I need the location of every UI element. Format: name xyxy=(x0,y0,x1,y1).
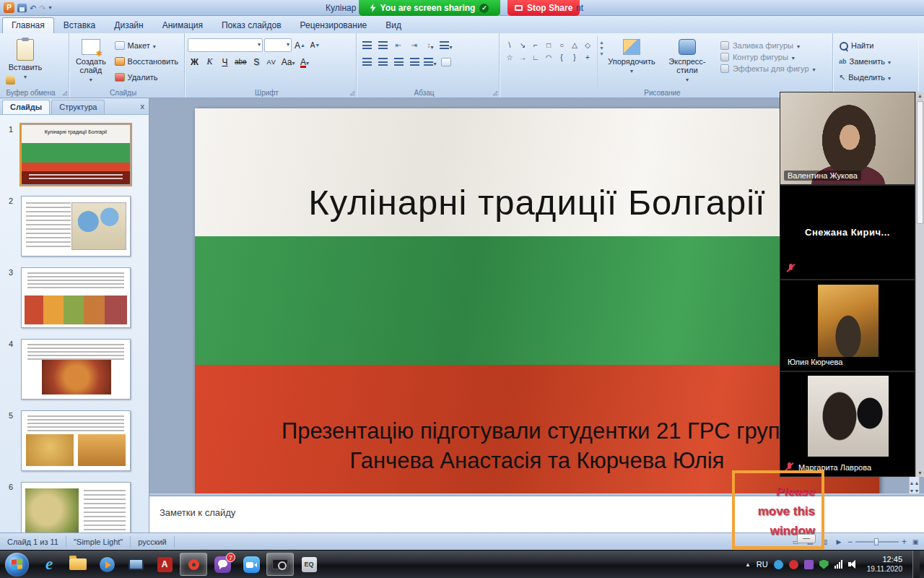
tab-insert[interactable]: Вставка xyxy=(54,17,105,33)
character-spacing-button[interactable]: AV xyxy=(265,55,279,69)
shape-icon[interactable]: → xyxy=(517,52,528,63)
language-indicator[interactable]: русский xyxy=(131,536,174,548)
tab-outline[interactable]: Структура xyxy=(51,100,105,114)
tab-slides-thumbnails[interactable]: Слайды xyxy=(2,100,50,114)
arrange-button[interactable]: Упорядочить xyxy=(606,35,657,87)
tab-review[interactable]: Рецензирование xyxy=(291,17,377,33)
network-signal-icon[interactable] xyxy=(834,560,842,569)
tray-viber-icon[interactable] xyxy=(804,560,814,569)
tab-slideshow[interactable]: Показ слайдов xyxy=(212,17,291,33)
minimize-button[interactable] xyxy=(797,534,816,543)
tray-security-shield-icon[interactable] xyxy=(819,560,829,569)
close-pane-icon[interactable]: x xyxy=(141,102,145,111)
taskbar-explorer-button[interactable] xyxy=(64,553,92,576)
slide-canvas[interactable]: Кулінарні традиції Болгарії Презентацію … xyxy=(195,108,879,493)
tab-animation[interactable]: Анимация xyxy=(153,17,212,33)
bullets-button[interactable] xyxy=(359,38,374,52)
dialog-launcher-icon[interactable]: ◿ xyxy=(493,90,497,96)
video-tile-3[interactable]: Юлия Кюрчева xyxy=(780,280,915,371)
video-tile-1[interactable]: Валентина Жукова xyxy=(780,92,915,185)
shape-icon[interactable]: { xyxy=(556,52,567,63)
shape-fill-button[interactable]: Заливка фигуры xyxy=(720,41,816,50)
shrink-font-button[interactable]: А▼ xyxy=(308,38,322,52)
taskbar-zoom-button[interactable] xyxy=(237,553,265,576)
quick-styles-button[interactable]: Экспресс-стили xyxy=(659,35,715,87)
taskbar-ie-button[interactable]: e xyxy=(35,553,63,576)
tray-blue-app-icon[interactable] xyxy=(774,560,783,569)
shape-icon[interactable]: ↘ xyxy=(517,40,528,51)
italic-button[interactable]: К xyxy=(203,55,217,69)
reset-button[interactable]: Восстановить xyxy=(112,54,181,69)
select-button[interactable]: ↖ Выделить xyxy=(836,70,894,85)
underline-button[interactable]: Ч xyxy=(218,55,232,69)
powerpoint-app-icon[interactable]: P xyxy=(4,2,14,13)
columns-button[interactable] xyxy=(423,55,437,69)
zoom-slider-thumb[interactable] xyxy=(874,538,879,545)
fit-to-window-button[interactable]: ▣ xyxy=(910,536,921,547)
show-desktop-button[interactable] xyxy=(912,551,920,578)
taskbar-opera-button[interactable] xyxy=(180,553,207,576)
tab-home[interactable]: Главная xyxy=(2,17,54,33)
shape-icon[interactable]: ◠ xyxy=(543,52,554,63)
scroll-down-icon[interactable]: ▼ xyxy=(916,470,924,475)
shape-icon[interactable]: } xyxy=(569,52,580,63)
shape-icon[interactable]: ○ xyxy=(556,40,567,51)
shape-icon[interactable]: ∟ xyxy=(530,52,541,63)
video-tile-2[interactable]: Снежана Кирич... xyxy=(780,185,915,280)
tab-design[interactable]: Дизайн xyxy=(105,17,152,33)
font-color-button[interactable]: А xyxy=(298,55,312,69)
taskbar-pdf-reader-button[interactable]: A xyxy=(151,553,178,576)
dialog-launcher-icon[interactable]: ◿ xyxy=(63,90,67,96)
video-tile-4[interactable]: Маргарита Лаврова xyxy=(780,371,915,477)
slideshow-view-button[interactable]: ▶ xyxy=(833,536,845,547)
undo-icon[interactable]: ↶ xyxy=(30,3,36,13)
shape-icon[interactable]: + xyxy=(582,52,593,63)
shape-icon[interactable]: △ xyxy=(569,40,580,51)
grow-font-button[interactable]: А▲ xyxy=(293,38,307,52)
redo-icon[interactable]: ↷ xyxy=(39,3,45,13)
shapes-scroll-up-icon[interactable]: ▲ xyxy=(599,40,604,45)
line-spacing-button[interactable]: ↕ xyxy=(423,38,437,52)
taskbar-viber-button[interactable]: 7 xyxy=(209,553,236,576)
previous-slide-icon[interactable]: ▲▲ xyxy=(910,480,920,486)
align-left-button[interactable] xyxy=(359,55,374,69)
volume-icon[interactable] xyxy=(848,560,858,569)
panel-scrollbar[interactable]: ▲ ▼ xyxy=(915,92,924,477)
slide-thumbnail-1[interactable]: 1 Кулінарні традиції Болгарії xyxy=(0,122,149,194)
align-center-button[interactable] xyxy=(375,55,390,69)
smartart-convert-button[interactable] xyxy=(439,55,453,69)
new-slide-button[interactable]: Создать слайд xyxy=(72,35,110,87)
scroll-up-icon[interactable]: ▲ xyxy=(916,93,924,98)
tab-view[interactable]: Вид xyxy=(376,17,411,33)
slide-thumbnail-3[interactable]: 3 xyxy=(0,265,149,337)
shape-outline-button[interactable]: Контур фигуры xyxy=(720,53,816,61)
shape-icon[interactable]: \ xyxy=(504,40,515,51)
slide-thumbnail-5[interactable]: 5 xyxy=(0,408,149,480)
taskbar-eq-app-button[interactable]: EQ xyxy=(295,553,323,576)
taskbar-camera-button[interactable] xyxy=(266,553,294,576)
dialog-launcher-icon[interactable]: ◿ xyxy=(350,90,354,96)
slide-subtitle[interactable]: Презентацію підготували студентки 21 ГРС… xyxy=(195,416,879,475)
stop-share-button[interactable]: Stop Share xyxy=(507,0,580,16)
replace-button[interactable]: ab Заменить xyxy=(836,54,894,69)
save-icon[interactable] xyxy=(17,4,27,12)
bold-button[interactable]: Ж xyxy=(188,55,201,69)
shapes-more-icon[interactable]: ▼ xyxy=(599,51,604,56)
change-case-button[interactable]: Аа xyxy=(280,55,297,69)
scrollbar-thumb[interactable] xyxy=(917,101,923,224)
shape-effects-button[interactable]: Эффекты для фигур xyxy=(720,64,816,73)
shapes-scroll-down-icon[interactable]: ▼ xyxy=(599,46,604,51)
zoom-slider[interactable] xyxy=(855,541,899,543)
hidden-icons-chevron[interactable]: ▲ xyxy=(745,561,751,568)
shape-icon[interactable]: ⌐ xyxy=(530,40,541,51)
justify-button[interactable] xyxy=(407,55,422,69)
taskbar-display-app-button[interactable] xyxy=(122,553,149,576)
align-right-button[interactable] xyxy=(391,55,406,69)
find-button[interactable]: Найти xyxy=(836,38,894,53)
text-shadow-button[interactable]: S xyxy=(250,55,263,69)
slide-title[interactable]: Кулінарні традиції Болгарії xyxy=(195,182,879,223)
slide-thumbnail-4[interactable]: 4 xyxy=(0,337,149,408)
theme-name[interactable]: "Simple Light" xyxy=(66,536,131,548)
shape-icon[interactable]: □ xyxy=(543,40,554,51)
next-slide-icon[interactable]: ▼▼ xyxy=(910,488,920,493)
